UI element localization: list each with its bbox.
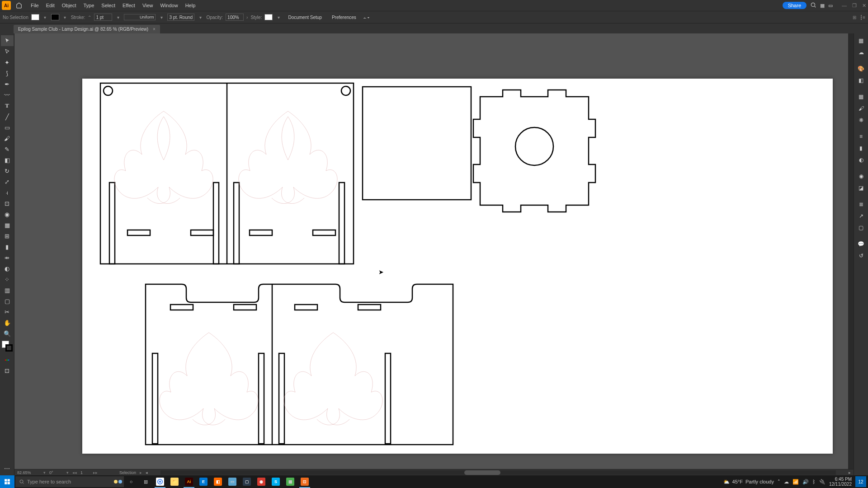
stroke-dropdown-icon[interactable]: ▾ xyxy=(62,14,68,20)
rectangle-tool[interactable]: ▭ xyxy=(1,122,14,133)
taskbar-app-dark[interactable]: ▢ xyxy=(240,475,254,488)
taskbar-app-orange[interactable]: ◧ xyxy=(211,475,225,488)
document-setup-button[interactable]: Document Setup xyxy=(284,14,326,21)
scale-tool[interactable]: ⤢ xyxy=(1,176,14,187)
maximize-icon[interactable]: ❐ xyxy=(852,3,857,9)
menu-file[interactable]: File xyxy=(27,3,42,8)
blend-tool[interactable]: ◐ xyxy=(1,263,14,274)
stroke-decrement-icon[interactable]: ⌃ xyxy=(88,15,91,20)
menu-object[interactable]: Object xyxy=(58,3,80,8)
hand-tool[interactable]: ✋ xyxy=(1,317,14,328)
direct-selection-tool[interactable] xyxy=(1,46,14,57)
rotate-dropdown-icon[interactable]: ▾ xyxy=(66,470,69,475)
tray-bluetooth-icon[interactable]: ᛒ xyxy=(812,479,816,485)
properties-panel-icon[interactable]: ▦ xyxy=(855,35,868,46)
taskbar-app-skype[interactable]: S xyxy=(269,475,283,488)
slice-tool[interactable]: ✂ xyxy=(1,306,14,317)
menu-view[interactable]: View xyxy=(139,3,157,8)
search-icon[interactable] xyxy=(810,2,816,9)
taskbar-app-illustrator[interactable]: Ai xyxy=(182,475,196,488)
zoom-tool[interactable]: 🔍 xyxy=(1,328,14,339)
selection-tool[interactable] xyxy=(1,35,14,46)
home-icon[interactable] xyxy=(14,1,24,10)
menu-window[interactable]: Window xyxy=(157,3,182,8)
color-panel-icon[interactable]: 🎨 xyxy=(855,63,868,74)
fill-swatch[interactable] xyxy=(31,14,39,20)
pen-tool[interactable]: ✒ xyxy=(1,79,14,89)
rotate-input[interactable] xyxy=(49,470,63,475)
rotate-tool[interactable]: ↻ xyxy=(1,165,14,176)
app-icon[interactable]: Ai xyxy=(2,1,11,10)
line-tool[interactable]: ╱ xyxy=(1,111,14,122)
canvas[interactable]: ➤ xyxy=(14,33,854,475)
tab-close-icon[interactable]: × xyxy=(153,27,156,32)
artboards-panel-icon[interactable]: ▢ xyxy=(855,222,868,233)
brush-dropdown-icon[interactable]: ▾ xyxy=(197,14,203,20)
taskbar-clock[interactable]: 6:45 PM 12/11/2022 xyxy=(829,477,852,487)
shape-builder-tool[interactable]: ◉ xyxy=(1,209,14,220)
appearance-panel-icon[interactable]: ◉ xyxy=(855,171,868,182)
menu-help[interactable]: Help xyxy=(182,3,199,8)
screen-mode-icon[interactable]: ⊡ xyxy=(1,365,14,376)
start-button[interactable] xyxy=(0,475,14,488)
symbols-panel-icon[interactable]: ❋ xyxy=(855,115,868,126)
share-button[interactable]: Share xyxy=(783,2,807,9)
transparency-panel-icon[interactable]: ◐ xyxy=(855,155,868,165)
system-tray[interactable]: ˄ ☁ 📶 🔊 ᛒ 🔌 xyxy=(778,479,826,485)
curvature-tool[interactable]: 〰 xyxy=(1,89,14,100)
taskbar-app-edge[interactable]: E xyxy=(196,475,211,488)
libraries-panel-icon[interactable]: ☁ xyxy=(855,47,868,58)
perspective-tool[interactable]: ▦ xyxy=(1,220,14,230)
style-dropdown-icon[interactable]: ▾ xyxy=(275,14,282,20)
opacity-input[interactable] xyxy=(226,14,244,21)
style-swatch[interactable] xyxy=(264,14,273,20)
gradient-tool[interactable]: ▮ xyxy=(1,241,14,252)
edit-toolbar-icon[interactable]: ⋯ xyxy=(1,463,14,474)
menu-select[interactable]: Select xyxy=(98,3,119,8)
layers-panel-icon[interactable]: ≣ xyxy=(855,199,868,210)
artboard-next-icon[interactable]: ▸▸ xyxy=(93,470,98,475)
graph-tool[interactable]: ▥ xyxy=(1,285,14,296)
cortana-icon[interactable]: ○ xyxy=(124,475,138,488)
color-mode-icon[interactable]: ▪▪▪ xyxy=(1,354,14,365)
gradient-panel-icon[interactable]: ▮ xyxy=(855,143,868,154)
comments-panel-icon[interactable]: 💬 xyxy=(855,239,868,249)
minimize-icon[interactable]: — xyxy=(842,3,847,9)
width-tool[interactable]: ⫞ xyxy=(1,187,14,198)
horizontal-scrollbar[interactable] xyxy=(160,470,836,475)
options-icon[interactable]: ┇≡ xyxy=(860,15,865,20)
notification-center[interactable]: 12 xyxy=(855,476,866,487)
artboard-tool[interactable]: ▢ xyxy=(1,296,14,306)
brush-input[interactable] xyxy=(167,14,194,21)
taskbar-app-blue[interactable]: ▭ xyxy=(225,475,240,488)
taskbar-app-chrome[interactable] xyxy=(153,475,167,488)
preferences-button[interactable]: Preferences xyxy=(328,14,360,21)
paintbrush-tool[interactable]: 🖌 xyxy=(1,133,14,144)
fill-stroke-swatches[interactable] xyxy=(0,341,14,354)
symbol-sprayer-tool[interactable]: ⁘ xyxy=(1,274,14,285)
type-tool[interactable]: T xyxy=(1,100,14,111)
fill-dropdown-icon[interactable]: ▾ xyxy=(42,14,48,20)
stroke-weight-dropdown-icon[interactable]: ▾ xyxy=(115,14,121,20)
taskbar-search[interactable]: Type here to search xyxy=(15,476,124,487)
zoom-input[interactable] xyxy=(17,470,40,475)
taskbar-app-red[interactable]: ◉ xyxy=(254,475,269,488)
align-icon[interactable]: ⫠▾ xyxy=(363,15,369,20)
artboard-nav-input[interactable] xyxy=(80,470,90,475)
menu-type[interactable]: Type xyxy=(80,3,98,8)
arrange-icon[interactable]: ▦ xyxy=(820,3,825,9)
magic-wand-tool[interactable]: ✦ xyxy=(1,57,14,68)
close-icon[interactable]: ✕ xyxy=(862,3,866,9)
mesh-tool[interactable]: ⊞ xyxy=(1,230,14,241)
stroke-weight-input[interactable] xyxy=(94,14,112,21)
graphic-styles-icon[interactable]: ◪ xyxy=(855,183,868,193)
swatches-panel-icon[interactable]: ▦ xyxy=(855,91,868,102)
profile-dropdown-icon[interactable]: ▾ xyxy=(158,14,165,20)
tray-onedrive-icon[interactable]: ☁ xyxy=(784,479,789,485)
document-tab[interactable]: Epilog Sample Club - Lamp Design.ai @ 82… xyxy=(14,25,160,33)
taskbar-app-explorer[interactable]: 📁 xyxy=(167,475,182,488)
stroke-panel-icon[interactable]: ≡ xyxy=(855,131,868,142)
opacity-arrow-icon[interactable]: › xyxy=(246,15,248,20)
eraser-tool[interactable]: ◧ xyxy=(1,155,14,165)
shaper-tool[interactable]: ✎ xyxy=(1,144,14,155)
